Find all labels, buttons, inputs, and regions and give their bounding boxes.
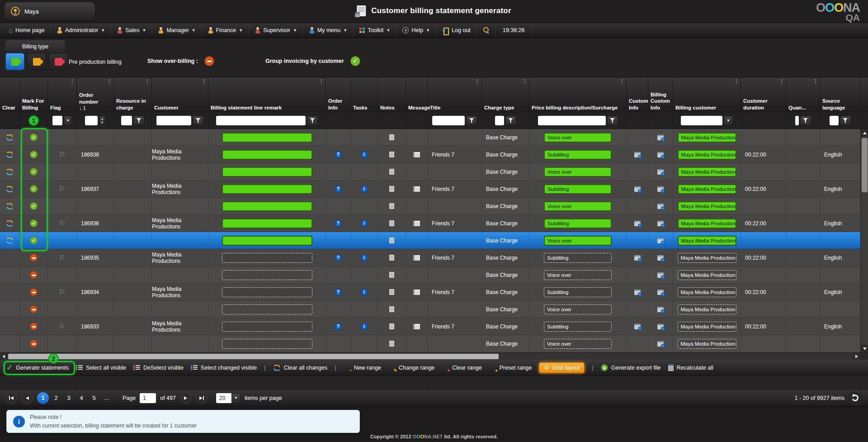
filter-funnel-button[interactable] — [466, 116, 477, 125]
filter-input[interactable] — [156, 116, 191, 125]
maya-app-tab[interactable]: Maya — [5, 2, 95, 20]
clear-row-icon[interactable] — [6, 151, 14, 158]
toolbar-new-range[interactable]: +New range — [344, 364, 381, 371]
marked-for-billing-icon[interactable]: ✓ — [30, 237, 38, 244]
column-header-charge[interactable]: ⋮Charge type — [482, 77, 529, 113]
column-menu-icon[interactable]: ⋮ — [70, 79, 75, 84]
message-icon[interactable] — [413, 186, 420, 192]
tasks-info-icon[interactable]: i — [361, 151, 368, 158]
column-header-resource[interactable]: ⋮Resource in charge — [114, 77, 152, 113]
toolbar-generate-statements[interactable]: ✓Generate statements — [6, 364, 69, 371]
billing-remark-input[interactable] — [222, 167, 312, 177]
billing-customer-input[interactable]: Maya Media Production — [678, 270, 736, 280]
menu-item-finance[interactable]: Finance▼ — [202, 23, 249, 38]
filter-funnel-button[interactable] — [307, 116, 318, 125]
billing-customer-input[interactable]: Maya Media Production — [678, 201, 736, 211]
billing-custom-info-icon[interactable] — [657, 169, 664, 175]
order-info-icon[interactable]: ? — [335, 185, 342, 193]
billing-customer-input[interactable]: Maya Media Production — [678, 184, 736, 194]
billing-custom-info-icon[interactable] — [657, 152, 664, 157]
notes-icon[interactable] — [389, 203, 394, 209]
billing-remark-input[interactable] — [222, 184, 312, 194]
current-page-number-1[interactable]: 1 — [37, 392, 49, 404]
filter-funnel-button[interactable] — [800, 116, 811, 125]
filter-funnel-button[interactable] — [607, 116, 618, 125]
billing-custom-info-icon[interactable] — [657, 186, 664, 192]
billing-custom-info-icon[interactable] — [657, 324, 664, 329]
price-description-input[interactable]: Voice over — [544, 201, 612, 211]
table-row[interactable]: Base ChargeVoice overMaya Media Producti… — [0, 301, 868, 318]
column-header-title[interactable]: ⋮Title — [428, 77, 482, 113]
filter-input[interactable] — [432, 116, 465, 125]
marked-for-billing-icon[interactable]: ✓ — [30, 202, 38, 210]
table-row[interactable]: ✓⚐186938Maya Media Productions?iFriends … — [0, 146, 868, 163]
custom-info-icon[interactable] — [634, 290, 641, 295]
billing-custom-info-icon[interactable] — [657, 255, 664, 261]
custom-info-icon[interactable] — [634, 152, 641, 157]
column-header-flag[interactable]: ⋮Flag — [48, 77, 77, 113]
menu-item-my-menu[interactable]: My menu▼ — [303, 23, 354, 38]
notes-icon[interactable] — [389, 169, 394, 175]
billing-remark-input[interactable] — [222, 133, 312, 143]
billing-custom-info-icon[interactable] — [657, 272, 664, 278]
column-header-billingcustominfo[interactable]: Billing Custom Info — [648, 77, 673, 113]
billing-customer-input[interactable]: Maya Media Production — [678, 339, 736, 349]
toolbar-preset-range[interactable]: ●Preset range — [489, 364, 532, 371]
custom-info-icon[interactable] — [634, 324, 641, 329]
vertical-scrollbar[interactable] — [860, 129, 868, 352]
column-header-tasks[interactable]: Tasks — [351, 77, 378, 113]
clear-row-icon[interactable] — [6, 168, 14, 176]
billing-remark-input[interactable] — [222, 219, 312, 228]
menu-item-manager[interactable]: Manager▼ — [152, 23, 202, 38]
flag-icon[interactable]: ⚐ — [59, 323, 65, 330]
tasks-info-icon[interactable]: i — [361, 254, 368, 261]
price-description-input[interactable]: Subtitling — [544, 253, 612, 263]
filter-dropdown-button[interactable]: ▼ — [64, 116, 72, 125]
toolbar-select-all-visible[interactable]: Select all visible — [76, 365, 126, 371]
billing-customer-input[interactable]: Maya Media Production — [678, 287, 736, 297]
table-row[interactable]: ✓Base ChargeVoice overMaya Media Product… — [0, 163, 868, 181]
billing-customer-input[interactable]: Maya Media Production — [678, 219, 736, 228]
message-icon[interactable] — [413, 152, 420, 157]
refresh-button[interactable] — [848, 391, 862, 405]
menu-item-toolkit[interactable]: Toolkit▼ — [354, 23, 396, 38]
custom-info-icon[interactable] — [634, 255, 641, 261]
table-row[interactable]: ⚐186933Maya Media Productions?iFriends 7… — [0, 318, 868, 335]
billing-remark-input[interactable] — [222, 339, 312, 349]
table-row[interactable]: ✓Base ChargeVoice overMaya Media Product… — [0, 198, 868, 215]
billing-custom-info-icon[interactable] — [657, 341, 664, 347]
price-description-input[interactable]: Voice over — [544, 270, 612, 280]
page-size-select[interactable]: 20 ▼ — [216, 393, 241, 403]
column-header-quantity[interactable]: ⋮Quan... — [786, 77, 820, 113]
billing-remark-input[interactable] — [222, 287, 312, 297]
notes-icon[interactable] — [389, 289, 394, 295]
filter-funnel-button[interactable] — [193, 116, 203, 125]
column-menu-icon[interactable]: ⋮ — [201, 79, 207, 84]
first-page-button[interactable] — [5, 392, 17, 404]
custom-info-icon[interactable] — [634, 186, 641, 192]
billing-custom-info-icon[interactable] — [657, 290, 664, 295]
scroll-right-button[interactable] — [853, 353, 860, 360]
column-menu-icon[interactable]: ⋮ — [107, 79, 112, 84]
column-header-message[interactable]: Message — [406, 77, 428, 113]
column-header-duration[interactable]: ⋮Customer duration — [741, 77, 786, 113]
filter-input[interactable] — [830, 116, 839, 125]
clear-row-icon[interactable] — [6, 185, 14, 193]
column-menu-icon[interactable]: ⋮ — [779, 79, 784, 84]
horizontal-scrollbar[interactable] — [0, 352, 868, 360]
not-marked-for-billing-icon[interactable] — [30, 254, 38, 261]
toolbar-clear-range[interactable]: ✕Clear range — [442, 364, 481, 371]
column-header-remark[interactable]: ⋮Billing statement line remark — [208, 77, 326, 113]
column-menu-icon[interactable]: ⋮ — [319, 79, 324, 84]
billing-custom-info-icon[interactable] — [657, 221, 664, 226]
not-marked-for-billing-icon[interactable] — [30, 305, 38, 313]
toolbar-clear-all-changes[interactable]: Clear all changes — [273, 364, 328, 371]
toolbar-recalculate-all[interactable]: Recalculate all — [668, 364, 713, 371]
column-header-mark[interactable]: Mark For Billing — [20, 77, 48, 113]
page-number-input[interactable]: 1 — [140, 393, 156, 403]
not-marked-for-billing-icon[interactable] — [30, 271, 38, 279]
notes-icon[interactable] — [389, 238, 394, 243]
marked-for-billing-icon[interactable]: ✓ — [30, 219, 38, 227]
column-menu-icon[interactable]: ⋮ — [145, 79, 150, 84]
table-row[interactable]: ✓Base ChargeVoice overMaya Media Product… — [0, 129, 868, 146]
